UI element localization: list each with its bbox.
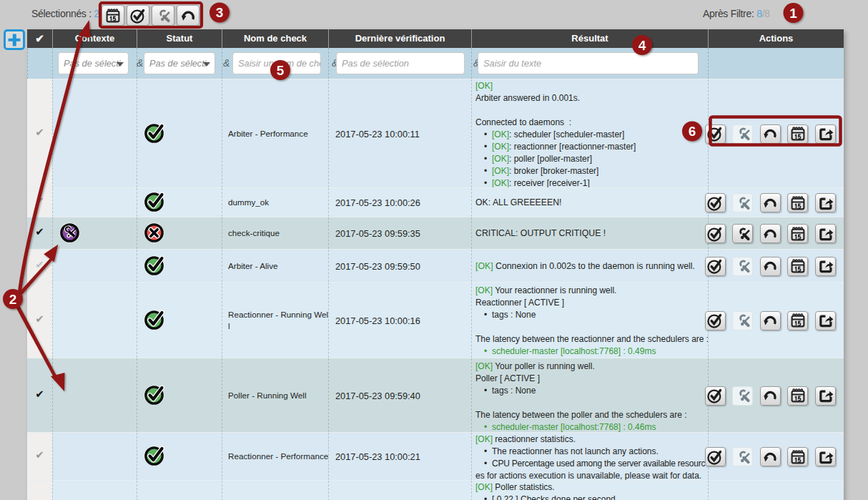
svg-text:3: 3 xyxy=(216,5,224,20)
svg-text:1: 1 xyxy=(789,6,797,21)
svg-text:2: 2 xyxy=(9,292,17,307)
